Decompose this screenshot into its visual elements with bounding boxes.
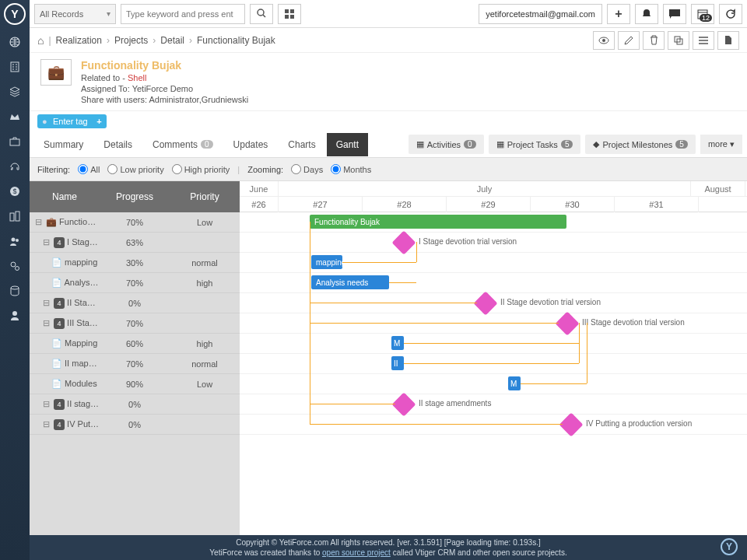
tab-project-tasks[interactable]: ▦Project Tasks5 bbox=[489, 135, 581, 154]
nav-icon-crown[interactable] bbox=[7, 109, 23, 124]
search-input[interactable] bbox=[121, 4, 245, 24]
milestone-1[interactable] bbox=[391, 230, 416, 254]
svg-point-12 bbox=[12, 311, 17, 316]
week-header: #27 bbox=[279, 197, 363, 212]
nav-icon-building[interactable] bbox=[7, 59, 23, 75]
bar-analysis[interactable]: Analysis needs bbox=[311, 275, 389, 289]
copy-button[interactable] bbox=[668, 31, 689, 50]
tree-row[interactable]: ⊟ 4 III Stage devotion trial version70% bbox=[30, 313, 240, 334]
tab-charts[interactable]: Charts bbox=[279, 133, 324, 156]
milestone-5[interactable] bbox=[559, 412, 583, 436]
tab-comments[interactable]: Comments0 bbox=[143, 133, 223, 156]
nav-icon-user[interactable] bbox=[7, 308, 23, 324]
milestone-2[interactable] bbox=[473, 291, 497, 315]
bar-mapping[interactable]: mapping bbox=[311, 255, 342, 269]
gantt-tree: Name Progress Priority ⊟ 💼 Functionality… bbox=[30, 181, 240, 559]
add-button[interactable]: + bbox=[607, 4, 630, 24]
bar-modules[interactable]: M bbox=[508, 376, 521, 390]
tab-project-milestones[interactable]: ◆Project Milestones5 bbox=[585, 135, 695, 154]
tab-details[interactable]: Details bbox=[94, 133, 142, 156]
filter-all[interactable]: All bbox=[78, 164, 100, 174]
user-email[interactable]: yetiforcetestmail@gmail.com bbox=[479, 4, 602, 24]
crumb-realization[interactable]: Realization bbox=[56, 35, 102, 46]
svg-rect-5 bbox=[10, 213, 14, 221]
record-header: 💼 Functionality Bujak Related to - Shell… bbox=[30, 53, 747, 111]
nav-icon-dollar[interactable]: $ bbox=[7, 184, 23, 199]
calendar-button[interactable]: 12 bbox=[691, 4, 714, 24]
tree-row[interactable]: ⊟ 💼 Functionality Bujak70%Low bbox=[30, 212, 240, 233]
week-header: #28 bbox=[363, 197, 447, 212]
svg-point-7 bbox=[12, 238, 16, 242]
filtering-label: Filtering: bbox=[37, 165, 70, 174]
open-source-link[interactable]: open source project bbox=[322, 548, 391, 557]
milestone-4[interactable] bbox=[391, 392, 416, 416]
crumb-projects[interactable]: Projects bbox=[114, 35, 148, 46]
list-button[interactable] bbox=[693, 31, 714, 50]
search-button[interactable] bbox=[250, 4, 273, 24]
tree-row[interactable]: 📄 II mapping70%normal bbox=[30, 354, 240, 374]
tree-row[interactable]: ⊟ 4 II stage amendments0% bbox=[30, 394, 240, 415]
zoom-months[interactable]: Months bbox=[331, 164, 371, 174]
svg-rect-17 bbox=[290, 15, 294, 19]
edit-button[interactable] bbox=[618, 31, 640, 50]
zoom-days[interactable]: Days bbox=[291, 164, 323, 174]
week-header: #29 bbox=[447, 197, 531, 212]
tree-row[interactable]: 📄 mapping30%normal bbox=[30, 253, 240, 273]
export-button[interactable] bbox=[717, 31, 739, 50]
nav-icon-database[interactable] bbox=[7, 283, 23, 299]
footer: Copyright © YetiForce.com All rights res… bbox=[30, 535, 747, 560]
tree-row[interactable]: ⊟ 4 II Stage devotion trial version0% bbox=[30, 293, 240, 313]
tree-row[interactable]: 📄 Modules90%Low bbox=[30, 374, 240, 394]
records-selector[interactable]: All Records bbox=[34, 4, 116, 24]
tab-activities[interactable]: ▦Activities0 bbox=[409, 135, 484, 154]
tab-gantt[interactable]: Gantt bbox=[327, 133, 368, 156]
filter-low[interactable]: Low priority bbox=[107, 164, 163, 174]
bar-ii-mapping[interactable]: II bbox=[391, 356, 404, 370]
zooming-label: Zooming: bbox=[247, 165, 283, 174]
filter-row: Filtering: All Low priority High priorit… bbox=[30, 158, 747, 181]
breadcrumb: ⌂ | Realization › Projects › Detail › Fu… bbox=[30, 28, 747, 53]
col-progress: Progress bbox=[100, 181, 170, 212]
footer-logo: Y bbox=[721, 538, 738, 555]
nav-icon-briefcase[interactable] bbox=[7, 134, 23, 149]
view-button[interactable] bbox=[593, 31, 615, 50]
svg-rect-16 bbox=[285, 15, 289, 19]
tabs: Summary Details Comments0 Updates Charts… bbox=[30, 131, 747, 158]
svg-point-8 bbox=[16, 239, 19, 242]
milestone-3[interactable] bbox=[555, 311, 579, 335]
tree-row[interactable]: 📄 Analysis needs70%high bbox=[30, 273, 240, 293]
nav-icon-headset[interactable] bbox=[7, 159, 23, 174]
left-sidebar: Y $ bbox=[0, 0, 30, 560]
bar-main[interactable]: Functionality Bujak bbox=[310, 215, 566, 229]
tag-input[interactable]: Enter tag bbox=[37, 114, 107, 128]
messages-button[interactable] bbox=[663, 4, 686, 24]
nav-icon-users[interactable] bbox=[7, 233, 23, 249]
filter-high[interactable]: High priority bbox=[172, 164, 230, 174]
app-logo[interactable]: Y bbox=[4, 3, 26, 25]
delete-button[interactable] bbox=[643, 31, 665, 50]
tab-summary[interactable]: Summary bbox=[34, 133, 93, 156]
nav-icon-building2[interactable] bbox=[7, 208, 23, 224]
tree-row[interactable]: 📄 Mapping60%high bbox=[30, 334, 240, 354]
notifications-button[interactable] bbox=[635, 4, 658, 24]
nav-icon-layers[interactable] bbox=[7, 84, 23, 100]
related-link[interactable]: Shell bbox=[128, 73, 146, 82]
nav-icon-globe[interactable] bbox=[7, 34, 23, 50]
gantt-timeline[interactable]: JuneJulyAugust #26#27#28#29#30#31 Functi… bbox=[240, 181, 747, 559]
refresh-button[interactable] bbox=[719, 4, 742, 24]
tree-row[interactable]: ⊟ 4 IV Putting a production version0% bbox=[30, 415, 240, 435]
svg-point-11 bbox=[11, 286, 19, 289]
more-tabs-button[interactable]: more ▾ bbox=[700, 135, 742, 154]
crumb-detail: Detail bbox=[160, 35, 184, 46]
month-header: June bbox=[240, 181, 279, 196]
tab-updates[interactable]: Updates bbox=[224, 133, 278, 156]
tree-row[interactable]: ⊟ 4 I Stage devotion trial version63% bbox=[30, 233, 240, 253]
nav-icon-gears[interactable] bbox=[7, 258, 23, 274]
svg-rect-18 bbox=[669, 9, 680, 16]
week-header: #30 bbox=[531, 197, 615, 212]
home-icon[interactable]: ⌂ bbox=[37, 34, 44, 47]
bar-mapping-m[interactable]: M bbox=[391, 336, 404, 350]
svg-point-13 bbox=[258, 9, 264, 16]
col-priority: Priority bbox=[170, 181, 240, 212]
grid-button[interactable] bbox=[278, 4, 301, 24]
